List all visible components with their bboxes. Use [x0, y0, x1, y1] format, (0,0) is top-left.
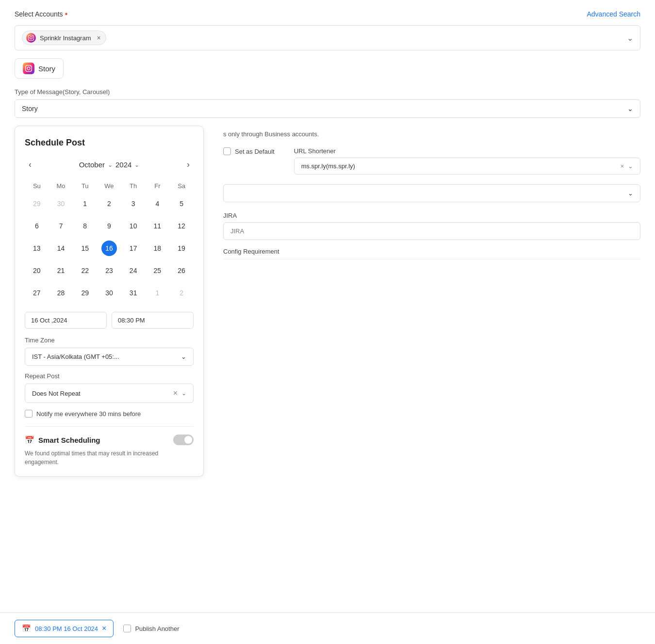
account-input-box[interactable]: Sprinklr Instagram × ⌄ — [15, 25, 640, 50]
smart-scheduling-title-text: Smart Scheduling — [38, 436, 100, 444]
calendar-day[interactable]: 7 — [49, 215, 73, 237]
account-chip[interactable]: Sprinklr Instagram × — [22, 31, 106, 45]
calendar-day[interactable]: 2 — [169, 282, 194, 304]
calendar-day[interactable]: 31 — [121, 282, 146, 304]
story-tab-label: Story — [38, 64, 55, 73]
bottom-bar: 📅 08:30 PM 16 Oct 2024 × Publish Another — [0, 612, 655, 644]
calendar-day[interactable]: 19 — [169, 237, 194, 259]
calendar-day[interactable]: 12 — [169, 215, 194, 237]
calendar-day[interactable]: 26 — [169, 259, 194, 282]
calendar-day[interactable]: 14 — [49, 237, 73, 259]
calendar-day[interactable]: 20 — [25, 259, 49, 282]
calendar-day-header: Th — [121, 179, 146, 193]
calendar-day[interactable]: 4 — [146, 193, 170, 215]
date-input[interactable]: 16 Oct ,2024 — [25, 312, 107, 329]
calendar-day[interactable]: 27 — [25, 282, 49, 304]
required-dot: • — [65, 10, 68, 18]
calendar-day-number: 16 — [101, 241, 117, 256]
calendar-day[interactable]: 2 — [97, 193, 121, 215]
calendar-day[interactable]: 16 — [97, 237, 121, 259]
smart-scheduling-toggle[interactable] — [173, 435, 194, 445]
extra-dropdown[interactable]: ⌄ — [223, 184, 640, 202]
calendar-day[interactable]: 13 — [25, 237, 49, 259]
type-message-dropdown[interactable]: Story ⌄ — [15, 99, 640, 118]
calendar-day[interactable]: 1 — [73, 193, 97, 215]
calendar-day[interactable]: 1 — [146, 282, 170, 304]
instagram-story-icon — [23, 63, 34, 74]
schedule-badge[interactable]: 📅 08:30 PM 16 Oct 2024 × — [15, 620, 114, 637]
calendar-day-number: 17 — [126, 241, 141, 256]
account-dropdown-arrow-icon[interactable]: ⌄ — [627, 33, 633, 43]
url-shortener-input[interactable]: ms.spr.ly(ms.spr.ly) × ⌄ — [294, 158, 640, 175]
calendar-day[interactable]: 30 — [97, 282, 121, 304]
url-shortener-expand-icon[interactable]: ⌄ — [628, 162, 633, 170]
calendar-day[interactable]: 9 — [97, 215, 121, 237]
calendar-day[interactable]: 3 — [121, 193, 146, 215]
calendar-day[interactable]: 15 — [73, 237, 97, 259]
jira-input[interactable] — [223, 222, 640, 240]
calendar-week-row: 20212223242526 — [25, 259, 194, 282]
calendar-day[interactable]: 24 — [121, 259, 146, 282]
calendar-day[interactable]: 17 — [121, 237, 146, 259]
repeat-value: Does Not Repeat — [32, 390, 81, 397]
calendar-day-header: We — [97, 179, 121, 193]
notify-checkbox[interactable] — [25, 410, 33, 418]
calendar-day[interactable]: 29 — [73, 282, 97, 304]
timezone-value: IST - Asia/Kolkata (GMT +05:... — [32, 353, 119, 360]
type-message-value: Story — [22, 105, 38, 113]
calendar-day[interactable]: 11 — [146, 215, 170, 237]
set-default-area: Set as Default — [223, 147, 275, 155]
calendar-day-header: Tu — [73, 179, 97, 193]
calendar-next-button[interactable]: › — [183, 158, 194, 172]
calendar-day[interactable]: 30 — [49, 193, 73, 215]
calendar-grid: SuMoTuWeThFrSa 2930123456789101112131415… — [25, 179, 194, 304]
calendar-day[interactable]: 29 — [25, 193, 49, 215]
calendar-week-row: 13141516171819 — [25, 237, 194, 259]
calendar-day[interactable]: 21 — [49, 259, 73, 282]
calendar-day[interactable]: 18 — [146, 237, 170, 259]
date-time-row: 16 Oct ,2024 08:30 PM — [25, 312, 194, 329]
calendar-body[interactable]: 2930123456789101112131415161718192021222… — [25, 193, 194, 304]
select-accounts-section: Select Accounts • Advanced Search — [15, 10, 640, 18]
set-default-label: Set as Default — [235, 148, 275, 155]
calendar-day[interactable]: 23 — [97, 259, 121, 282]
calendar-year: 2024 — [115, 161, 131, 169]
calendar-day-number: 3 — [126, 196, 141, 211]
calendar-month-chevron-icon[interactable]: ⌄ — [108, 161, 113, 168]
account-chip-close-icon[interactable]: × — [97, 34, 100, 42]
set-default-checkbox[interactable] — [223, 147, 231, 155]
story-tab[interactable]: Story — [15, 58, 64, 79]
calendar-day-number: 20 — [29, 263, 45, 278]
calendar-day-number: 6 — [29, 218, 45, 234]
url-shortener-clear-icon[interactable]: × — [620, 162, 624, 170]
schedule-badge-close-icon[interactable]: × — [102, 624, 106, 633]
calendar-day[interactable]: 10 — [121, 215, 146, 237]
repeat-chevron-icon[interactable]: ⌄ — [181, 390, 186, 397]
timezone-dropdown[interactable]: IST - Asia/Kolkata (GMT +05:... ⌄ — [25, 348, 194, 366]
calendar-day-number: 27 — [29, 285, 45, 301]
calendar-day-header: Su — [25, 179, 49, 193]
url-shortener-area: URL Shortener ms.spr.ly(ms.spr.ly) × ⌄ — [294, 147, 640, 175]
repeat-dropdown[interactable]: Does Not Repeat × ⌄ — [25, 384, 194, 403]
url-shortener-actions: × ⌄ — [620, 162, 633, 170]
calendar-day[interactable]: 5 — [169, 193, 194, 215]
calendar-day[interactable]: 28 — [49, 282, 73, 304]
time-input[interactable]: 08:30 PM — [112, 312, 194, 329]
calendar-day-header: Fr — [146, 179, 170, 193]
instagram-logo-icon — [26, 33, 36, 43]
calendar-day[interactable]: 22 — [73, 259, 97, 282]
right-content: s only through Business accounts. Set as… — [204, 126, 640, 477]
calendar-day[interactable]: 8 — [73, 215, 97, 237]
calendar-prev-button[interactable]: ‹ — [25, 158, 35, 172]
calendar-day[interactable]: 6 — [25, 215, 49, 237]
advanced-search-link[interactable]: Advanced Search — [587, 10, 640, 18]
repeat-clear-icon[interactable]: × — [173, 389, 178, 398]
calendar-day[interactable]: 25 — [146, 259, 170, 282]
calendar-year-chevron-icon[interactable]: ⌄ — [134, 161, 139, 168]
calendar-day-number: 2 — [101, 196, 117, 211]
calendar-day-number: 10 — [126, 218, 141, 234]
calendar-day-number: 22 — [77, 263, 93, 278]
schedule-post-panel: Schedule Post ‹ October ⌄ 2024 ⌄ › SuMoT… — [15, 126, 204, 477]
publish-another-checkbox[interactable] — [123, 625, 131, 632]
publish-another-label: Publish Another — [135, 625, 179, 632]
